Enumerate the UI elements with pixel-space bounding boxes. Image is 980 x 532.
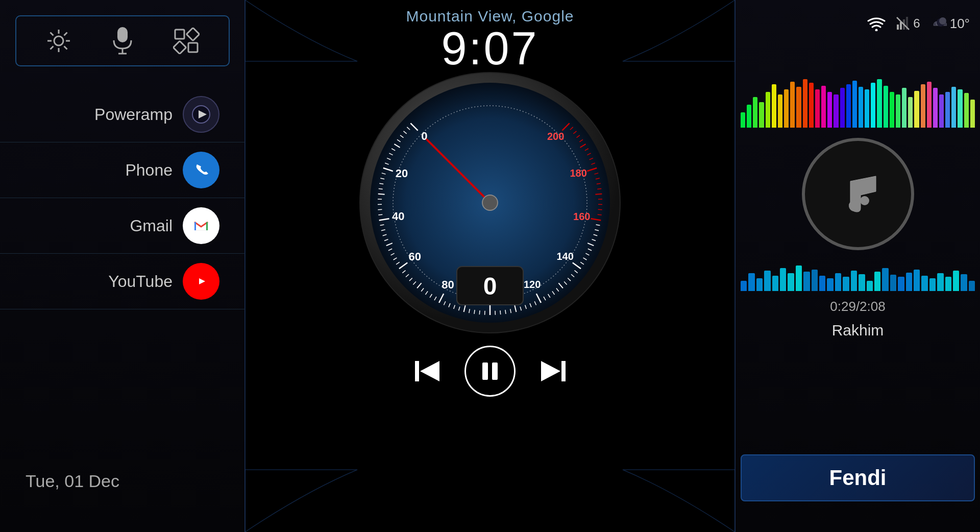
prev-button[interactable] <box>413 356 444 386</box>
svg-rect-157 <box>903 19 905 30</box>
center-panel: Mountain View, Google 9:07 <box>245 0 735 532</box>
svg-rect-11 <box>117 27 128 42</box>
svg-rect-156 <box>900 22 902 30</box>
svg-text:60: 60 <box>409 250 421 263</box>
speedometer: 020406080100120140160180200 0 <box>357 70 623 335</box>
svg-marker-152 <box>541 361 560 381</box>
svg-line-114 <box>595 194 602 195</box>
svg-point-153 <box>875 29 878 32</box>
temperature: 10° <box>950 16 970 32</box>
gmail-label: Gmail <box>130 216 173 235</box>
wifi-status <box>867 16 886 31</box>
svg-line-44 <box>378 194 385 195</box>
play-pause-button[interactable] <box>464 346 516 397</box>
mic-button[interactable] <box>107 26 138 56</box>
svg-rect-147 <box>415 361 419 381</box>
svg-text:0: 0 <box>483 273 497 300</box>
music-controls <box>413 346 567 397</box>
weather-status: 10° <box>930 15 970 32</box>
app-item-gmail[interactable]: Gmail <box>0 198 245 254</box>
svg-text:20: 20 <box>396 167 408 180</box>
equalizer-display <box>741 77 975 128</box>
right-panel: 6 10° 0:29/2:08 Rakhim Fendi <box>735 0 980 532</box>
svg-line-48 <box>378 214 382 215</box>
app-list: Poweramp Phone Gmail <box>0 87 245 309</box>
mini-equalizer <box>741 260 975 291</box>
next-button[interactable] <box>536 356 567 386</box>
app-item-phone[interactable]: Phone <box>0 142 245 198</box>
svg-text:40: 40 <box>392 210 404 223</box>
song-banner[interactable]: Fendi <box>741 454 975 501</box>
svg-line-43 <box>379 188 383 189</box>
svg-text:140: 140 <box>557 251 574 262</box>
youtube-label: YouTube <box>108 272 173 291</box>
svg-rect-15 <box>187 28 200 40</box>
svg-marker-148 <box>420 361 439 381</box>
track-time: 0:29/2:08 <box>736 299 980 315</box>
svg-line-9 <box>64 33 67 36</box>
svg-line-110 <box>598 214 602 215</box>
svg-point-162 <box>849 200 860 211</box>
svg-point-21 <box>190 215 212 236</box>
left-panel: Poweramp Phone Gmail <box>0 0 245 532</box>
svg-line-8 <box>64 46 67 50</box>
svg-line-115 <box>597 188 601 189</box>
toolbar <box>15 15 230 66</box>
svg-rect-151 <box>561 361 566 381</box>
svg-text:80: 80 <box>442 278 454 291</box>
svg-rect-16 <box>174 41 186 54</box>
svg-point-144 <box>482 195 498 210</box>
svg-point-2 <box>54 36 63 45</box>
track-artist: Rakhim <box>736 322 980 339</box>
app-item-youtube[interactable]: YouTube <box>0 254 245 309</box>
settings-button[interactable] <box>43 26 74 56</box>
svg-rect-14 <box>175 30 184 39</box>
svg-point-161 <box>939 17 946 25</box>
svg-text:160: 160 <box>573 211 590 222</box>
gmail-icon <box>183 207 219 244</box>
svg-rect-158 <box>906 17 908 30</box>
poweramp-icon <box>183 96 219 133</box>
svg-line-81 <box>500 310 501 315</box>
svg-text:180: 180 <box>570 167 586 179</box>
svg-line-111 <box>598 209 602 210</box>
svg-point-163 <box>860 196 869 205</box>
svg-line-7 <box>50 33 53 36</box>
date-display: Tue, 01 Dec <box>26 471 119 491</box>
svg-rect-150 <box>492 362 498 380</box>
apps-button[interactable] <box>171 26 202 56</box>
svg-line-10 <box>50 46 53 50</box>
svg-line-77 <box>479 310 480 315</box>
phone-icon <box>183 152 219 188</box>
song-title: Fendi <box>829 466 887 490</box>
music-icon[interactable] <box>802 138 914 250</box>
svg-rect-17 <box>188 43 198 52</box>
signal-count: 6 <box>913 16 920 31</box>
time-display: 9:07 <box>441 22 538 75</box>
signal-status: 6 <box>896 16 920 31</box>
svg-text:120: 120 <box>524 279 541 290</box>
youtube-icon <box>183 263 219 300</box>
poweramp-label: Poweramp <box>94 105 173 124</box>
svg-rect-149 <box>482 362 488 380</box>
app-item-poweramp[interactable]: Poweramp <box>0 87 245 142</box>
svg-rect-155 <box>897 25 899 30</box>
status-bar: 6 10° <box>867 15 970 32</box>
svg-text:200: 200 <box>547 131 564 142</box>
svg-line-47 <box>378 209 382 210</box>
phone-label: Phone <box>125 161 173 180</box>
